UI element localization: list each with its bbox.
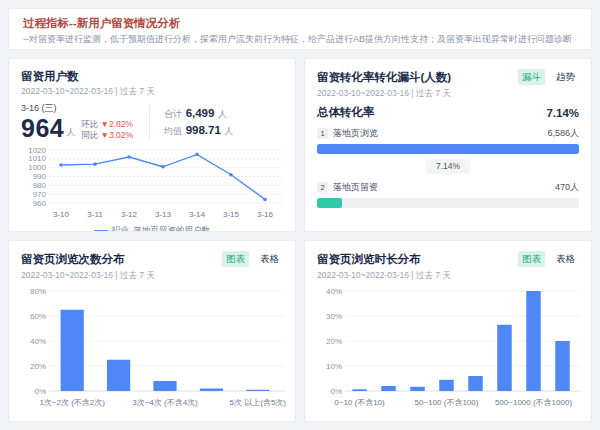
panel-views-date-range: 2022-03-10~2022-03-16 | 过去 7 天	[21, 269, 283, 281]
wow-label: 环比	[81, 119, 98, 129]
step-1-label: 落地页浏览	[333, 127, 378, 140]
step-1-bar-track	[317, 144, 579, 154]
header-card: 过程指标--新用户留资情况分析 --对留资率进行监测，低于预期值进行分析，探索用…	[8, 8, 592, 50]
svg-text:3-13: 3-13	[155, 210, 172, 219]
svg-text:20%: 20%	[326, 337, 342, 346]
duration-distribution-bar-chart: 0%10%20%30%40%0~10 (不含10)50~100 (不含100)5…	[317, 283, 579, 417]
svg-text:3-14: 3-14	[189, 210, 206, 219]
svg-text:980: 980	[33, 181, 47, 190]
svg-text:5次 以上(含5次): 5次 以上(含5次)	[230, 398, 287, 407]
total-unit: 人	[218, 109, 227, 119]
current-users-value: 964	[21, 115, 64, 141]
step-2-badge: 2	[317, 182, 328, 193]
svg-text:3-16: 3-16	[257, 210, 274, 219]
panel-funnel-date-range: 2022-03-10~2022-03-16 | 过去 7 天	[317, 87, 579, 99]
current-users-unit: 人	[66, 126, 75, 139]
svg-text:3-15: 3-15	[223, 210, 240, 219]
funnel-step-1[interactable]: 1 落地页浏览 6,586人	[317, 127, 579, 154]
svg-text:970: 970	[33, 190, 47, 199]
step-1-badge: 1	[317, 128, 328, 139]
views-distribution-bar-chart: 0%20%40%60%80%1次~2次 (不含2次)3次~4次 (不含4次)5次…	[21, 283, 283, 417]
panel-duration-distribution: 留资页浏览时长分布 图表 表格 2022-03-10~2022-03-16 | …	[304, 240, 592, 422]
svg-text:960: 960	[33, 199, 47, 208]
svg-text:3-10: 3-10	[53, 210, 70, 219]
total-value: 6,499	[186, 107, 215, 119]
page-title: 过程指标--新用户留资情况分析	[23, 16, 577, 31]
svg-text:60%: 60%	[30, 312, 46, 321]
svg-text:50~100 (不含100): 50~100 (不含100)	[415, 398, 479, 407]
svg-text:3-11: 3-11	[87, 210, 103, 219]
panel-views-title: 留资页浏览次数分布	[21, 252, 125, 266]
step-2-value: 470人	[555, 181, 579, 194]
wow-decrease-value: ▼2.82%	[101, 119, 134, 129]
users-stats-row: 3-16 (三) 964 人 环比 ▼2.82% 同比 ▼3.02%	[21, 101, 283, 143]
line-series-icon	[94, 230, 108, 232]
svg-text:0%: 0%	[330, 387, 342, 396]
duration-tabs: 图表 表格	[518, 251, 579, 267]
panel-duration-title: 留资页浏览时长分布	[317, 252, 421, 266]
tab-funnel[interactable]: 漏斗	[518, 69, 545, 85]
svg-text:1次~2次 (不含2次): 1次~2次 (不含2次)	[39, 398, 105, 407]
svg-text:3-12: 3-12	[121, 210, 138, 219]
svg-text:0~10 (不含10): 0~10 (不含10)	[334, 398, 385, 407]
panel-users: 留资用户数 2022-03-10~2022-03-16 | 过去 7 天 3-1…	[8, 58, 296, 232]
avg-label: 均值	[164, 126, 182, 136]
panel-funnel: 留资转化率转化漏斗(人数) 漏斗 趋势 2022-03-10~2022-03-1…	[304, 58, 592, 232]
svg-text:1020: 1020	[28, 146, 46, 155]
svg-text:30%: 30%	[326, 312, 342, 321]
step-2-bar-track	[317, 198, 579, 208]
yoy-label: 同比	[81, 130, 98, 140]
avg-unit: 人	[224, 126, 233, 136]
dashboard-page: 过程指标--新用户留资情况分析 --对留资率进行监测，低于预期值进行分析，探索用…	[0, 0, 600, 430]
panel-duration-date-range: 2022-03-10~2022-03-16 | 过去 7 天	[317, 269, 579, 281]
svg-text:3次~4次 (不含4次): 3次~4次 (不含4次)	[132, 398, 198, 407]
page-subtitle: --对留资率进行监测，低于预期值进行分析，探索用户流失前行为特征，给产品进行AB…	[23, 33, 577, 46]
svg-text:990: 990	[33, 172, 47, 181]
total-label: 合计	[164, 109, 182, 119]
panel-users-title: 留资用户数	[21, 69, 283, 83]
yoy-decrease-value: ▼3.02%	[101, 130, 134, 140]
svg-text:40%: 40%	[30, 337, 46, 346]
legend-label: 职业_落地页留资的用户数	[112, 225, 210, 232]
svg-text:80%: 80%	[30, 287, 46, 296]
change-indicators: 环比 ▼2.82% 同比 ▼3.02%	[81, 119, 133, 141]
aggregate-stat-block: 合计 6,499 人 均值 998.71 人	[164, 107, 233, 137]
step-1-value: 6,586人	[547, 127, 579, 140]
stats-divider	[149, 105, 150, 139]
avg-value: 998.71	[186, 124, 221, 136]
tab-chart[interactable]: 图表	[222, 251, 249, 267]
svg-text:1010: 1010	[28, 154, 46, 163]
step-2-label: 落地页留资	[333, 181, 378, 194]
overall-conversion-label: 总体转化率	[317, 105, 375, 120]
tab-trend[interactable]: 趋势	[552, 69, 579, 85]
step-conversion-badge: 7.14%	[426, 159, 470, 174]
panel-funnel-title: 留资转化率转化漏斗(人数)	[317, 70, 451, 84]
funnel-tabs: 漏斗 趋势	[518, 69, 579, 85]
step-1-bar	[317, 144, 579, 154]
current-date-label: 3-16 (三)	[21, 103, 133, 114]
svg-text:0%: 0%	[34, 387, 46, 396]
svg-text:500~1000 (不含1000): 500~1000 (不含1000)	[495, 398, 573, 407]
overall-conversion-value: 7.14%	[546, 107, 579, 119]
panel-users-date-range: 2022-03-10~2022-03-16 | 过去 7 天	[21, 85, 283, 97]
panels-grid: 留资用户数 2022-03-10~2022-03-16 | 过去 7 天 3-1…	[8, 58, 592, 422]
views-tabs: 图表 表格	[222, 251, 283, 267]
svg-text:10%: 10%	[326, 362, 342, 371]
tab-table[interactable]: 表格	[552, 251, 579, 267]
funnel-step-2[interactable]: 2 落地页留资 470人	[317, 181, 579, 208]
users-trend-line-chart: 9609709809901000101010203-103-113-123-13…	[21, 145, 283, 227]
svg-text:20%: 20%	[30, 362, 46, 371]
svg-text:1000: 1000	[28, 163, 46, 172]
tab-table[interactable]: 表格	[256, 251, 283, 267]
step-2-bar	[317, 198, 342, 208]
panel-views-distribution: 留资页浏览次数分布 图表 表格 2022-03-10~2022-03-16 | …	[8, 240, 296, 422]
tab-chart[interactable]: 图表	[518, 251, 545, 267]
svg-text:40%: 40%	[326, 287, 342, 296]
current-stat-block: 3-16 (三) 964 人 环比 ▼2.82% 同比 ▼3.02%	[21, 103, 133, 141]
